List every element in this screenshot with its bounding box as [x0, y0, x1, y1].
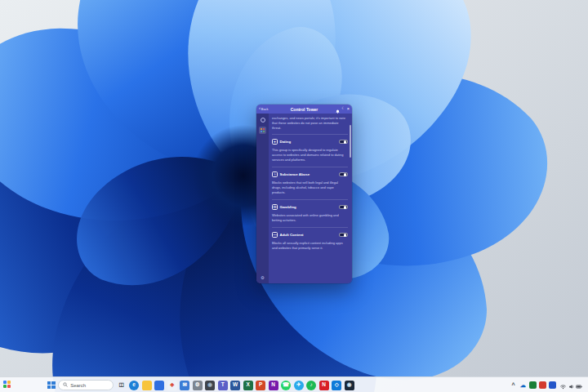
category-label: Dating [280, 140, 292, 144]
onenote-icon[interactable]: N [269, 381, 278, 390]
category-label: Gambling [280, 205, 296, 209]
category-toggle[interactable] [339, 172, 348, 177]
battery-icon [576, 378, 582, 392]
category-label: Substance Abuse [280, 172, 310, 176]
settings-icon[interactable]: ⚙ [193, 381, 203, 390]
category-label: Adult Content [280, 233, 304, 237]
task-view-icon[interactable]: ◫ [117, 381, 127, 390]
quick-settings[interactable] [559, 376, 584, 392]
category-description-overflow: exchanges, and news portals; it's import… [272, 116, 348, 131]
security-icon[interactable] [529, 381, 537, 389]
hidden-icons-chevron[interactable]: ^ [510, 381, 517, 389]
start-button[interactable] [47, 381, 56, 390]
steam-icon[interactable]: ◉ [345, 381, 354, 390]
category-icon: ⚄ [272, 204, 278, 210]
theme-moon-icon[interactable]: ☾ [341, 107, 345, 111]
search-label: Search [70, 383, 86, 388]
mail-icon[interactable]: ✉ [180, 381, 189, 390]
settings-gear-icon[interactable]: ⚙ [261, 276, 265, 281]
back-button[interactable]: ‹ Back [259, 107, 268, 111]
scrollbar-thumb[interactable] [350, 125, 351, 158]
category-toggle[interactable] [339, 233, 348, 238]
category-description: This group is specifically designed to r… [272, 148, 348, 163]
onedrive-icon[interactable]: ☁ [519, 381, 527, 389]
vscode-icon[interactable]: ◇ [332, 381, 341, 390]
whatsapp-icon[interactable]: ☎ [281, 381, 291, 390]
folder-icon[interactable] [142, 381, 152, 390]
category-toggle[interactable] [339, 140, 348, 145]
camera-icon[interactable]: ◉ [205, 381, 215, 390]
status-ring-icon[interactable] [261, 118, 265, 122]
edge-icon[interactable]: e [129, 381, 139, 390]
store-icon[interactable] [154, 381, 164, 390]
volume-icon [568, 378, 574, 392]
wifi-icon [560, 378, 566, 392]
telegram-icon[interactable]: ✈ [294, 381, 304, 390]
window-sidebar: ⚙ [256, 114, 269, 283]
category-icon: XXX [272, 232, 278, 238]
update-icon[interactable] [539, 381, 546, 389]
category-description: Blocks websites that sell both legal and… [272, 180, 348, 195]
spotify-icon[interactable]: ♪ [306, 381, 316, 390]
categories-panel: exchanges, and news portals; it's import… [269, 114, 352, 283]
window-titlebar: ‹ Back Control Tower ☾ × [256, 105, 352, 114]
photos-icon[interactable]: ◈ [167, 381, 177, 390]
back-chevron-icon: ‹ [259, 106, 261, 111]
word-icon[interactable]: W [230, 381, 240, 390]
widgets-icon[interactable] [3, 381, 11, 388]
taskbar: Search ◫e◈✉⚙◉TWXPN☎✈♪N◇◉ ^☁ [0, 376, 588, 392]
bluetooth-icon[interactable] [549, 381, 556, 389]
category-toggle[interactable] [339, 205, 348, 210]
categories-grid-icon[interactable] [259, 127, 266, 134]
search-icon [63, 382, 68, 388]
category-row: XXX Adult Content Blocks all sexually ex… [272, 227, 348, 255]
category-description: Websites associated with online gambling… [272, 213, 348, 223]
powerpoint-icon[interactable]: P [256, 381, 265, 390]
close-icon[interactable]: × [347, 107, 350, 112]
back-label: Back [261, 108, 268, 111]
category-description: Blocks all sexually explicit content inc… [272, 241, 348, 251]
teams-icon[interactable]: T [218, 381, 228, 390]
category-icon: ♥ [272, 139, 278, 145]
category-icon: ⚕ [272, 172, 278, 177]
category-row: ⚄ Gambling Websites associated with onli… [272, 199, 348, 227]
search-box[interactable]: Search [58, 380, 114, 390]
control-tower-window: ‹ Back Control Tower ☾ × ⚙ exchanges, an… [256, 105, 352, 283]
category-row: ♥ Dating This group is specifically desi… [272, 134, 348, 167]
notifications-bell-icon[interactable] [336, 105, 340, 117]
category-row: ⚕ Substance Abuse Blocks websites that s… [272, 167, 348, 199]
excel-icon[interactable]: X [243, 381, 253, 390]
netflix-icon[interactable]: N [319, 381, 329, 390]
